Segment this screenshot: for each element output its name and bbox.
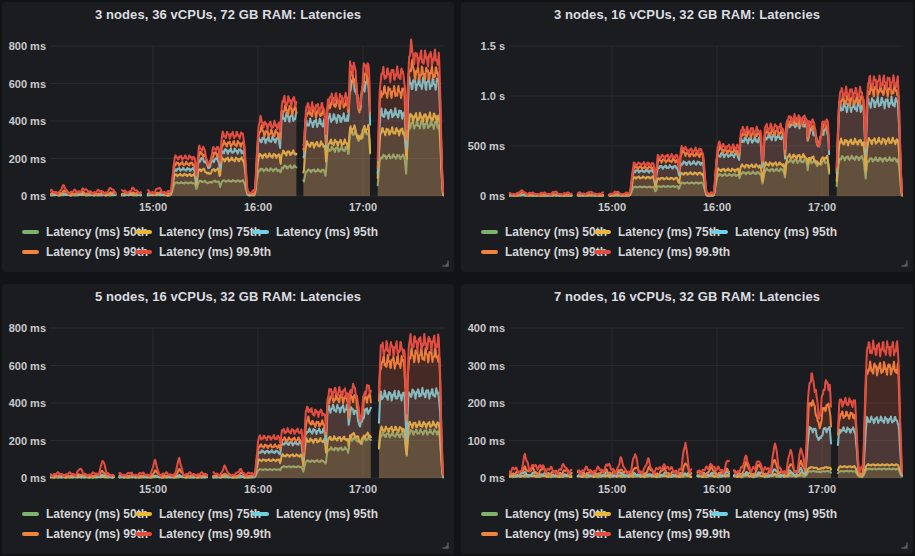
panel-7nodes-16vcpus-latencies: 7 nodes, 16 vCPUs, 32 GB RAM: Latencies … — [461, 284, 913, 554]
panel-3nodes-36vcpus-latencies: 3 nodes, 36 vCPUs, 72 GB RAM: Latencies … — [2, 2, 454, 272]
panel-3nodes-16vcpus-latencies: 3 nodes, 16 vCPUs, 32 GB RAM: Latencies … — [461, 2, 913, 272]
legend-item-latency-99th[interactable]: Latency (ms) 99th — [22, 525, 135, 542]
y-tick-label: 0 ms — [461, 472, 505, 484]
legend: Latency (ms) 50th Latency (ms) 75th Late… — [22, 223, 378, 260]
legend-label: Latency (ms) 95th — [735, 225, 837, 239]
series-dash-icon — [252, 512, 269, 516]
x-tick-label: 16:00 — [691, 483, 743, 495]
legend: Latency (ms) 50th Latency (ms) 75th Late… — [481, 223, 837, 260]
panel-resize-handle-icon[interactable] — [899, 540, 909, 550]
series-dash-icon — [135, 250, 152, 254]
x-tick-label: 17:00 — [796, 483, 848, 495]
legend-item-latency-99-9th[interactable]: Latency (ms) 99.9th — [594, 525, 711, 542]
x-tick-label: 16:00 — [232, 201, 284, 213]
legend-item-latency-50th[interactable]: Latency (ms) 50th — [481, 223, 594, 240]
y-tick-label: 0 ms — [461, 190, 505, 202]
legend-item-latency-99-9th[interactable]: Latency (ms) 99.9th — [135, 243, 252, 260]
legend-label: Latency (ms) 75th — [159, 225, 261, 239]
y-tick-label: 300 ms — [461, 360, 505, 372]
series-dash-icon — [594, 230, 611, 234]
legend-label: Latency (ms) 99th — [46, 245, 148, 259]
panel-resize-handle-icon[interactable] — [899, 258, 909, 268]
series-dash-icon — [594, 512, 611, 516]
legend-label: Latency (ms) 95th — [276, 507, 378, 521]
legend-item-latency-50th[interactable]: Latency (ms) 50th — [22, 223, 135, 240]
series-dash-icon — [22, 532, 39, 536]
legend-item-latency-50th[interactable]: Latency (ms) 50th — [481, 505, 594, 522]
legend-label: Latency (ms) 99th — [505, 245, 607, 259]
y-tick-label: 800 ms — [2, 40, 46, 52]
legend-item-latency-99th[interactable]: Latency (ms) 99th — [481, 243, 594, 260]
legend: Latency (ms) 50th Latency (ms) 75th Late… — [22, 505, 378, 542]
y-tick-label: 100 ms — [461, 435, 505, 447]
series-dash-icon — [711, 230, 728, 234]
legend-label: Latency (ms) 50th — [46, 225, 148, 239]
legend-label: Latency (ms) 75th — [618, 507, 720, 521]
legend-label: Latency (ms) 99.9th — [618, 245, 730, 259]
legend-label: Latency (ms) 95th — [735, 507, 837, 521]
series-dash-icon — [481, 532, 498, 536]
legend-item-latency-95th[interactable]: Latency (ms) 95th — [252, 505, 378, 522]
series-dash-icon — [22, 250, 39, 254]
series-dash-icon — [481, 230, 498, 234]
legend-item-latency-99-9th[interactable]: Latency (ms) 99.9th — [135, 525, 252, 542]
panel-5nodes-16vcpus-latencies: 5 nodes, 16 vCPUs, 32 GB RAM: Latencies … — [2, 284, 454, 554]
x-tick-label: 15:00 — [586, 201, 638, 213]
series-dash-icon — [22, 512, 39, 516]
legend-item-latency-50th[interactable]: Latency (ms) 50th — [22, 505, 135, 522]
x-tick-label: 16:00 — [232, 483, 284, 495]
y-tick-label: 400 ms — [2, 397, 46, 409]
legend-label: Latency (ms) 75th — [618, 225, 720, 239]
series-dash-icon — [135, 532, 152, 536]
y-tick-label: 800 ms — [2, 322, 46, 334]
y-tick-label: 1.0 s — [461, 90, 505, 102]
y-tick-label: 600 ms — [2, 78, 46, 90]
legend-item-latency-95th[interactable]: Latency (ms) 95th — [252, 223, 378, 240]
y-tick-label: 500 ms — [461, 140, 505, 152]
legend-item-latency-99th[interactable]: Latency (ms) 99th — [481, 525, 594, 542]
y-tick-label: 1.5 s — [461, 40, 505, 52]
series-dash-icon — [711, 512, 728, 516]
legend-label: Latency (ms) 99.9th — [159, 527, 271, 541]
legend-label: Latency (ms) 99.9th — [618, 527, 730, 541]
series-dash-icon — [135, 512, 152, 516]
panel-resize-handle-icon[interactable] — [440, 540, 450, 550]
legend-item-latency-75th[interactable]: Latency (ms) 75th — [135, 223, 252, 240]
legend-label: Latency (ms) 99th — [505, 527, 607, 541]
y-tick-label: 200 ms — [2, 435, 46, 447]
x-tick-label: 15:00 — [586, 483, 638, 495]
series-dash-icon — [22, 230, 39, 234]
legend-label: Latency (ms) 95th — [276, 225, 378, 239]
legend-item-latency-95th[interactable]: Latency (ms) 95th — [711, 223, 837, 240]
panel-resize-handle-icon[interactable] — [440, 258, 450, 268]
legend-label: Latency (ms) 50th — [505, 225, 607, 239]
y-tick-label: 0 ms — [2, 190, 46, 202]
y-tick-label: 600 ms — [2, 360, 46, 372]
y-tick-label: 0 ms — [2, 472, 46, 484]
legend-item-latency-75th[interactable]: Latency (ms) 75th — [594, 505, 711, 522]
x-tick-label: 17:00 — [337, 201, 389, 213]
legend-item-latency-95th[interactable]: Latency (ms) 95th — [711, 505, 837, 522]
series-dash-icon — [481, 512, 498, 516]
series-dash-icon — [594, 532, 611, 536]
legend-label: Latency (ms) 50th — [46, 507, 148, 521]
x-tick-label: 17:00 — [796, 201, 848, 213]
y-tick-label: 400 ms — [2, 115, 46, 127]
x-tick-label: 15:00 — [127, 201, 179, 213]
legend-label: Latency (ms) 50th — [505, 507, 607, 521]
series-dash-icon — [252, 230, 269, 234]
x-tick-label: 16:00 — [691, 201, 743, 213]
y-tick-label: 200 ms — [2, 153, 46, 165]
legend-label: Latency (ms) 75th — [159, 507, 261, 521]
legend-item-latency-75th[interactable]: Latency (ms) 75th — [594, 223, 711, 240]
grafana-dashboard: { "colors": { "page_background": "#12131… — [0, 0, 915, 556]
legend-item-latency-75th[interactable]: Latency (ms) 75th — [135, 505, 252, 522]
legend-label: Latency (ms) 99.9th — [159, 245, 271, 259]
legend-label: Latency (ms) 99th — [46, 527, 148, 541]
legend-item-latency-99-9th[interactable]: Latency (ms) 99.9th — [594, 243, 711, 260]
legend-item-latency-99th[interactable]: Latency (ms) 99th — [22, 243, 135, 260]
series-dash-icon — [594, 250, 611, 254]
x-tick-label: 15:00 — [127, 483, 179, 495]
y-tick-label: 400 ms — [461, 322, 505, 334]
legend: Latency (ms) 50th Latency (ms) 75th Late… — [481, 505, 837, 542]
